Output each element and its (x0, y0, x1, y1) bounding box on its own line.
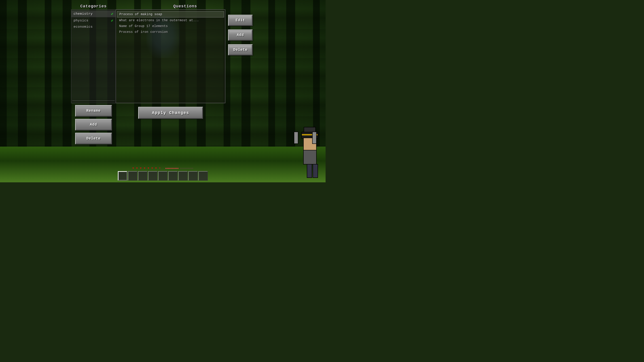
category-item-economics[interactable]: economics (71, 24, 116, 30)
questions-panel: Process of making soap What are electron… (116, 9, 226, 103)
heart-4: ♥ (144, 167, 147, 170)
player-right-leg (312, 164, 318, 178)
question-item-q3[interactable]: Name of Group 17 elements (117, 23, 224, 29)
category-item-chemistry[interactable]: chemistry ✓ (71, 10, 116, 17)
hotbar-slot-2[interactable] (128, 171, 137, 181)
heart-2: ♥ (136, 167, 139, 170)
categories-panel: chemistry ✓ physics ✓ economics (71, 9, 116, 103)
heart-5: ♥ (148, 167, 151, 170)
add-category-button[interactable]: Add (75, 119, 112, 130)
health-bar: ♥ ♥ ♥ ♥ ♥ ♥ ♥ ♥ ◆◆◆◆◆◆◆◆◆◆ ◇◇◇◇◇◇◇◇◇◇ (132, 167, 193, 170)
hotbar-slot-5[interactable] (158, 171, 168, 181)
hotbar-slot-1[interactable] (118, 171, 127, 181)
player-right-arm (312, 132, 317, 144)
player-left-leg (307, 164, 312, 178)
hotbar (118, 171, 208, 181)
heart-3: ♥ (140, 167, 143, 170)
check-icon-physics: ✓ (111, 18, 113, 23)
category-label-economics: economics (74, 25, 93, 29)
hotbar-slot-4[interactable] (148, 171, 158, 181)
middle-column: Process of making soap What are electron… (116, 9, 226, 119)
hotbar-slot-9[interactable] (198, 171, 208, 181)
panel-wrapper: Categories Questions chemistry ✓ physics… (71, 4, 254, 146)
question-item-q2[interactable]: What are electrons in the outermost at..… (117, 17, 224, 23)
ui-container: Categories Questions chemistry ✓ physics… (0, 0, 326, 182)
heart-1: ♥ (132, 167, 136, 170)
delete-question-button[interactable]: Delete (228, 44, 253, 55)
header-questions: Questions (116, 4, 254, 8)
category-item-physics[interactable]: physics ✓ (71, 17, 116, 24)
question-label-q3: Name of Group 17 elements (119, 24, 168, 28)
apply-changes-button[interactable]: Apply Changes (138, 107, 203, 119)
category-separator (72, 100, 115, 101)
hotbar-slot-8[interactable] (188, 171, 198, 181)
hotbar-slot-3[interactable] (138, 171, 147, 181)
question-label-q2: What are electrons in the outermost at..… (119, 18, 199, 22)
category-label-physics: physics (74, 19, 88, 22)
heart-8-half: ♥ (159, 167, 162, 170)
edit-question-button[interactable]: Edit (228, 15, 253, 26)
food-empty: ◇◇◇◇◇◇◇◇◇◇ (180, 167, 193, 170)
rename-category-button[interactable]: Rename (75, 105, 112, 117)
player-model (292, 133, 321, 182)
heart-7: ♥ (155, 167, 158, 170)
category-buttons: Rename Add Delete (75, 103, 112, 146)
category-label-chemistry: chemistry (74, 12, 93, 16)
question-item-q1[interactable]: Process of making soap (117, 11, 224, 17)
hotbar-slot-6[interactable] (168, 171, 178, 181)
right-column: Edit Add Delete (226, 9, 253, 55)
main-layout: chemistry ✓ physics ✓ economics Renam (71, 9, 254, 146)
player-body (303, 150, 317, 164)
question-label-q1: Process of making soap (120, 12, 162, 16)
hud: ♥ ♥ ♥ ♥ ♥ ♥ ♥ ♥ ◆◆◆◆◆◆◆◆◆◆ ◇◇◇◇◇◇◇◇◇◇ (118, 167, 208, 182)
question-label-q4: Process of iron corrosion (119, 30, 168, 34)
header-row: Categories Questions (71, 4, 254, 8)
bottom-center: Apply Changes (116, 105, 226, 119)
check-icon-chemistry: ✓ (111, 12, 113, 16)
food-icon: ◆◆◆◆◆◆◆◆◆◆ (165, 167, 179, 170)
question-item-q4[interactable]: Process of iron corrosion (117, 29, 224, 35)
player-left-arm (294, 132, 298, 144)
left-column: chemistry ✓ physics ✓ economics Renam (71, 9, 116, 146)
heart-6: ♥ (152, 167, 154, 170)
hotbar-slot-7[interactable] (178, 171, 188, 181)
add-question-button[interactable]: Add (228, 29, 253, 41)
header-categories: Categories (71, 4, 116, 8)
delete-category-button[interactable]: Delete (75, 133, 112, 144)
